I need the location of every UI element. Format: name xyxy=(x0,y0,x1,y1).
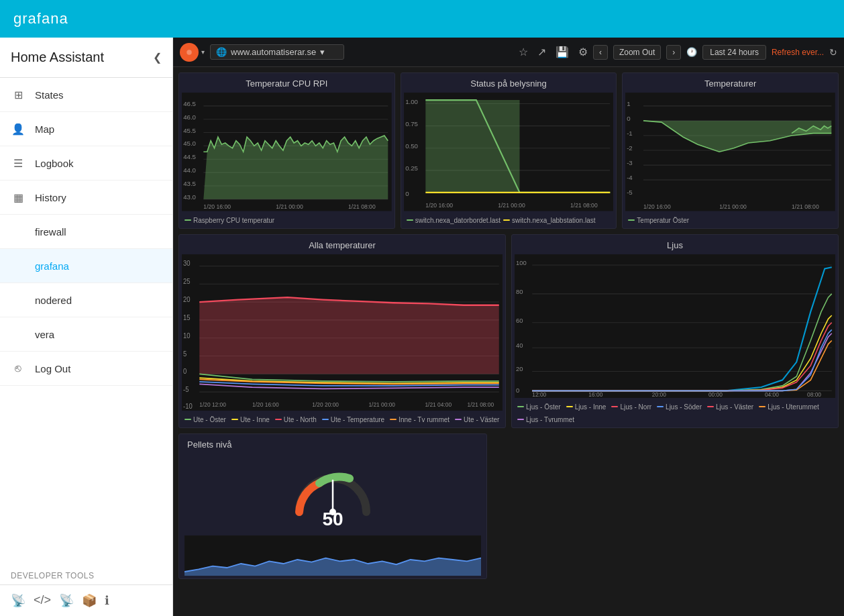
chevron-left-btn[interactable]: ‹ xyxy=(593,45,608,60)
person-icon: 👤 xyxy=(11,121,25,136)
panel-belysning-title: Status på belysning xyxy=(401,73,617,90)
svg-text:1/20 16:00: 1/20 16:00 xyxy=(643,203,671,210)
refresh-text[interactable]: Refresh ever... xyxy=(772,48,824,57)
legend-belysning-0: switch.nexa_datorbordet.last xyxy=(407,217,500,224)
belysning-chart: 1.00 0.75 0.50 0.25 0 xyxy=(404,93,614,211)
sidebar-label-grafana: grafana xyxy=(35,260,162,272)
sidebar-item-grafana[interactable]: grafana xyxy=(0,249,172,283)
panel-ljus: Ljus 100 80 60 40 20 0 xyxy=(511,234,839,428)
panel-ljus-legend: Ljus - Öster Ljus - Inne Ljus - Norr xyxy=(512,401,838,427)
legend-ljus-color-1 xyxy=(566,406,573,407)
sidebar-item-vera[interactable]: vera xyxy=(0,317,172,352)
chart-icon: ▦ xyxy=(11,190,25,205)
legend-alla-4: Inne - Tv rummet xyxy=(390,416,450,423)
sidebar-label-logout: Log Out xyxy=(35,363,162,374)
legend-color-yellow xyxy=(503,219,510,221)
dashboard-row-1: Temperatur CPU RPI 46.5 46.0 45.5 45.0 4… xyxy=(178,72,839,229)
top-header: grafana xyxy=(0,0,844,38)
legend-ljus-4: Ljus - Väster xyxy=(707,403,753,411)
svg-text:10: 10 xyxy=(183,331,191,340)
sidebar-label-nodered: nodered xyxy=(35,295,162,306)
svg-text:1/21 08:00: 1/21 08:00 xyxy=(348,203,376,210)
sidebar-label-history: History xyxy=(35,192,162,203)
svg-text:0.75: 0.75 xyxy=(405,120,418,127)
svg-text:04:00: 04:00 xyxy=(765,391,779,397)
legend-ljus-color-3 xyxy=(657,406,664,407)
legend-label-labbstation: switch.nexa_labbstation.last xyxy=(512,217,596,224)
svg-text:46.5: 46.5 xyxy=(183,100,196,107)
share-icon[interactable]: ↗ xyxy=(537,46,546,58)
ljus-chart: 100 80 60 40 20 0 xyxy=(515,254,835,398)
sidebar-label-logbook: Logbook xyxy=(35,158,162,169)
api-icon[interactable]: 📡 xyxy=(59,593,74,608)
panel-temperaturer-body: 1 0 -1 -2 -3 -4 -5 xyxy=(623,90,838,214)
panel-alla-temp-body: 30 25 20 15 10 5 0 -5 -10 xyxy=(179,252,505,413)
svg-text:1/21 08:00: 1/21 08:00 xyxy=(570,202,598,209)
legend-ljus-color-6 xyxy=(517,419,524,420)
panel-status-belysning: Status på belysning 1.00 0.75 0.50 0.25 … xyxy=(401,72,617,229)
svg-text:25: 25 xyxy=(183,277,191,285)
sidebar-item-states[interactable]: ⊞ States xyxy=(0,78,172,112)
legend-ljus-6: Ljus - Tvrummet xyxy=(517,416,574,423)
legend-ljus-color-2 xyxy=(611,406,618,407)
legend-ljus-label-2: Ljus - Norr xyxy=(620,403,651,411)
code-icon[interactable]: </> xyxy=(34,593,51,608)
svg-text:1/21 08:00: 1/21 08:00 xyxy=(467,401,494,408)
svg-text:80: 80 xyxy=(516,287,523,295)
legend-ljus-label-1: Ljus - Inne xyxy=(575,403,606,411)
legend-alla-color-5 xyxy=(455,419,462,420)
grafana-nav-icon xyxy=(11,258,25,273)
legend-alla-color-4 xyxy=(390,419,397,420)
settings-icon[interactable]: ⚙ xyxy=(578,46,588,58)
grafana-logo-caret: ▾ xyxy=(201,48,205,56)
zoom-out-button[interactable]: Zoom Out xyxy=(613,45,661,60)
sidebar-item-logbook[interactable]: ☰ Logbook xyxy=(0,146,172,181)
wireless-icon[interactable]: 📡 xyxy=(11,593,25,608)
svg-text:1: 1 xyxy=(627,100,631,107)
panel-pellets: Pellets nivå 50 xyxy=(178,433,487,579)
panel-pellets-title: Pellets nivå xyxy=(179,434,486,455)
chevron-right-btn[interactable]: › xyxy=(666,45,681,60)
panel-temperaturer-title: Temperaturer xyxy=(623,73,838,90)
legend-label-datorbordet: switch.nexa_datorbordet.last xyxy=(415,217,500,224)
globe-icon: 🌐 xyxy=(216,47,227,57)
legend-ljus-5: Ljus - Uterummet xyxy=(759,403,819,411)
grafana-logo[interactable] xyxy=(180,43,199,62)
sidebar-item-map[interactable]: 👤 Map xyxy=(0,112,172,146)
sidebar-item-logout[interactable]: ⎋ Log Out xyxy=(0,352,172,386)
svg-text:0: 0 xyxy=(627,115,631,122)
legend-item-0: Raspberry CPU temperatur xyxy=(184,217,274,224)
svg-text:1/21 04:00: 1/21 04:00 xyxy=(425,401,452,408)
info-icon[interactable]: ℹ xyxy=(105,593,109,608)
dashboard-row-3: Pellets nivå 50 xyxy=(178,433,839,579)
legend-ljus-label-0: Ljus - Öster xyxy=(526,403,561,411)
svg-rect-82 xyxy=(515,254,835,398)
svg-text:20:00: 20:00 xyxy=(652,391,666,397)
save-icon[interactable]: 💾 xyxy=(556,46,569,58)
panel-cpu-rpi: Temperatur CPU RPI 46.5 46.0 45.5 45.0 4… xyxy=(178,72,395,229)
pellets-sparkline xyxy=(184,535,481,576)
svg-text:30: 30 xyxy=(183,260,191,268)
sidebar-item-history[interactable]: ▦ History xyxy=(0,181,172,215)
star-icon[interactable]: ☆ xyxy=(519,46,528,58)
svg-text:43.0: 43.0 xyxy=(183,193,196,201)
legend-alla-1: Ute - Inne xyxy=(231,416,270,423)
svg-point-1 xyxy=(187,50,192,55)
panel-ljus-body: 100 80 60 40 20 0 xyxy=(512,252,838,401)
refresh-icon[interactable]: ↻ xyxy=(829,47,837,58)
legend-ljus-2: Ljus - Norr xyxy=(611,403,651,411)
legend-ljus-color-5 xyxy=(759,406,766,407)
sidebar-item-firewall[interactable]: firewall xyxy=(0,215,172,249)
sidebar-item-nodered[interactable]: nodered xyxy=(0,283,172,317)
file-icon[interactable]: 📦 xyxy=(82,593,97,608)
sidebar-collapse-button[interactable]: ❮ xyxy=(153,51,162,64)
svg-text:0: 0 xyxy=(183,367,187,375)
svg-rect-38 xyxy=(625,93,835,211)
nodered-icon xyxy=(11,293,25,307)
legend-ljus-label-6: Ljus - Tvrummet xyxy=(526,416,574,423)
legend-ljus-label-5: Ljus - Uterummet xyxy=(768,403,819,411)
svg-text:43.5: 43.5 xyxy=(183,180,196,187)
legend-temp-oster: Temperatur Öster xyxy=(628,217,689,224)
sidebar-brand: Home Assistant ❮ xyxy=(0,38,172,78)
grafana-url-bar[interactable]: 🌐 www.automatiserar.se ▾ xyxy=(210,44,344,60)
